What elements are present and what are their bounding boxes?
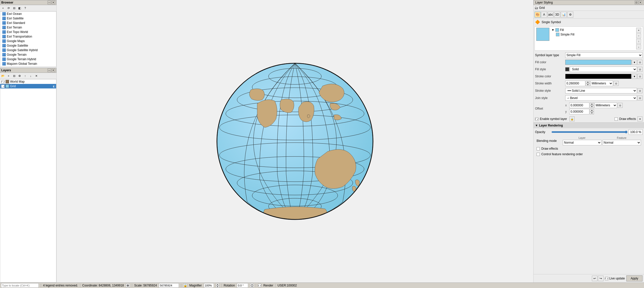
render-checkbox[interactable]: ✓ xyxy=(258,284,261,287)
offset-y-down-btn[interactable]: ▼ xyxy=(590,112,594,114)
map-canvas[interactable] xyxy=(57,0,533,282)
browser-refresh-btn[interactable]: ⟳ xyxy=(6,6,11,11)
offset-x-down-btn[interactable]: ▼ xyxy=(590,105,594,108)
stroke-style-reset-btn[interactable]: ⊙ xyxy=(637,88,642,93)
lock-symbol-btn[interactable]: 🔒 xyxy=(570,116,575,121)
lock-icon[interactable]: 🔒 xyxy=(183,283,187,287)
stroke-width-unit-select[interactable]: Millimeters xyxy=(590,81,613,86)
list-item[interactable]: Mapzen Global Terrain xyxy=(0,61,56,66)
control-render-checkbox[interactable] xyxy=(537,153,540,156)
coordinate-icon[interactable]: ⊕ xyxy=(126,283,130,287)
layer-rendering-toggle[interactable]: ▼ Layer Rendering xyxy=(534,122,644,128)
opacity-input[interactable] xyxy=(629,129,642,135)
move-down-symbol-btn[interactable]: ↓ xyxy=(636,44,641,49)
rendering-draw-effects-checkbox[interactable] xyxy=(537,147,540,150)
offset-y-up-btn[interactable]: ▲ xyxy=(590,109,594,112)
join-style-reset-btn[interactable]: ⊙ xyxy=(637,95,642,101)
tab-symbology-btn[interactable]: 🎨 xyxy=(535,12,541,18)
redo-btn[interactable]: ↪ xyxy=(598,276,603,281)
rotation-down-btn[interactable]: ▼ xyxy=(250,285,254,288)
layer-blend-select[interactable]: Normal xyxy=(563,140,601,145)
stroke-color-swatch[interactable] xyxy=(565,74,631,79)
browser-help-btn[interactable]: ? xyxy=(23,6,28,11)
offset-x-up-btn[interactable]: ▲ xyxy=(590,103,594,105)
list-item[interactable]: Google Terrain xyxy=(0,52,56,57)
tab-labels-btn[interactable]: A xyxy=(541,12,547,18)
layer-visible-checkbox[interactable]: ✓ xyxy=(1,80,5,83)
opacity-slider-track[interactable] xyxy=(552,131,627,133)
browser-collapse-btn[interactable]: ◧ xyxy=(17,6,22,11)
fill-style-reset-btn[interactable]: ⊙ xyxy=(637,67,642,72)
tab-3d-btn[interactable]: 3D xyxy=(554,12,560,18)
add-symbol-layer-btn[interactable]: + xyxy=(636,28,641,33)
list-item[interactable]: Esri Satellite xyxy=(0,16,56,21)
list-item[interactable]: Esri Standard xyxy=(0,21,56,25)
draw-effects-checkbox[interactable] xyxy=(615,117,618,121)
list-item[interactable]: Google Maps xyxy=(0,39,56,43)
rotation-up-btn[interactable]: ▲ xyxy=(250,283,254,285)
feature-blend-select[interactable]: Normal xyxy=(602,140,641,145)
fill-color-dropdown-btn[interactable]: ▼ xyxy=(632,60,637,65)
locate-input[interactable] xyxy=(1,283,39,288)
list-item[interactable]: Esri Topo World xyxy=(0,30,56,34)
fill-color-swatch[interactable] xyxy=(565,60,631,65)
remove-symbol-layer-btn[interactable]: − xyxy=(636,33,641,38)
styling-close-btn[interactable]: ✕ xyxy=(639,1,642,4)
list-item[interactable]: Esri Ocean xyxy=(0,12,56,16)
fill-style-select[interactable]: Solid xyxy=(570,67,637,72)
layer-down-btn[interactable]: ↓ xyxy=(28,73,33,78)
list-item[interactable]: Google Terrain Hybrid xyxy=(0,57,56,61)
layers-minimize-btn[interactable]: — xyxy=(48,69,51,72)
offset-x-input[interactable] xyxy=(569,103,589,108)
scale-input[interactable] xyxy=(159,283,179,288)
offset-y-input[interactable] xyxy=(569,109,589,114)
symbol-layer-type-select[interactable]: Simple Fill xyxy=(565,52,642,58)
layer-open-btn[interactable]: 📂 xyxy=(1,73,6,78)
layer-up-btn[interactable]: ↑ xyxy=(23,73,28,78)
tree-simple-fill-item[interactable]: Simple Fill xyxy=(551,32,635,37)
magnifier-input[interactable] xyxy=(204,283,214,288)
browser-add-btn[interactable]: + xyxy=(1,6,6,11)
browser-minimize-btn[interactable]: — xyxy=(48,1,51,4)
layers-close-btn[interactable]: ✕ xyxy=(52,69,55,72)
styling-float-btn[interactable]: ⊡ xyxy=(635,1,638,4)
layer-filter-btn[interactable]: ⊟ xyxy=(12,73,17,78)
draw-effects-btn[interactable]: ✦ xyxy=(637,116,642,121)
list-item[interactable]: Open Weather Map Clouds xyxy=(0,66,56,67)
live-update-checkbox[interactable]: ✓ xyxy=(605,277,608,280)
layer-visible-checkbox[interactable]: ✓ xyxy=(1,85,5,88)
apply-button[interactable]: Apply xyxy=(626,275,642,281)
stroke-width-reset-btn[interactable]: ⊙ xyxy=(614,81,619,86)
browser-filter-btn[interactable]: ⊟ xyxy=(12,6,17,11)
stroke-style-select[interactable]: ━━ Solid Line xyxy=(565,88,637,93)
layer-item-grid[interactable]: ✓ Grid ◧ xyxy=(0,84,56,88)
stroke-width-up-btn[interactable]: ▲ xyxy=(586,81,590,83)
list-item[interactable]: Google Satellite Hybrid xyxy=(0,48,56,52)
move-up-symbol-btn[interactable]: ↑ xyxy=(636,39,641,44)
browser-close-btn[interactable]: ✕ xyxy=(52,1,55,4)
offset-unit-select[interactable]: Millimeters xyxy=(594,103,617,108)
tab-diagram-btn[interactable]: 📊 xyxy=(561,12,567,18)
list-item[interactable]: Esri Terrain xyxy=(0,25,56,30)
layer-settings-btn[interactable]: ⚙ xyxy=(17,73,22,78)
magnifier-down-btn[interactable]: ▼ xyxy=(216,285,219,288)
tab-abc-btn[interactable]: abc xyxy=(548,12,554,18)
list-item[interactable]: Google Satellite xyxy=(0,43,56,48)
join-style-select[interactable]: ⌐ Bevel xyxy=(565,95,637,101)
layer-item-worldmap[interactable]: ✓ World Map xyxy=(0,79,56,84)
list-item[interactable]: Esri Transportation xyxy=(0,34,56,39)
stroke-width-down-btn[interactable]: ▼ xyxy=(586,83,590,86)
layer-add-btn[interactable]: + xyxy=(6,73,11,78)
layer-remove-btn[interactable]: ✕ xyxy=(34,73,39,78)
stroke-color-dropdown-btn[interactable]: ▼ xyxy=(632,74,637,79)
stroke-color-reset-btn[interactable]: ⊙ xyxy=(637,74,642,79)
opacity-handle[interactable] xyxy=(625,131,627,133)
offset-reset-btn[interactable]: ⊙ xyxy=(618,103,623,108)
tree-fill-item[interactable]: ▼ Fill xyxy=(551,28,635,32)
rotation-input[interactable] xyxy=(237,283,248,288)
magnifier-up-btn[interactable]: ▲ xyxy=(216,283,219,285)
enable-symbol-checkbox[interactable]: ✓ xyxy=(535,117,538,121)
tab-rendering-btn[interactable]: ⚙ xyxy=(567,12,573,18)
fill-color-reset-btn[interactable]: ⊙ xyxy=(637,60,642,65)
undo-btn[interactable]: ↩ xyxy=(592,276,597,281)
